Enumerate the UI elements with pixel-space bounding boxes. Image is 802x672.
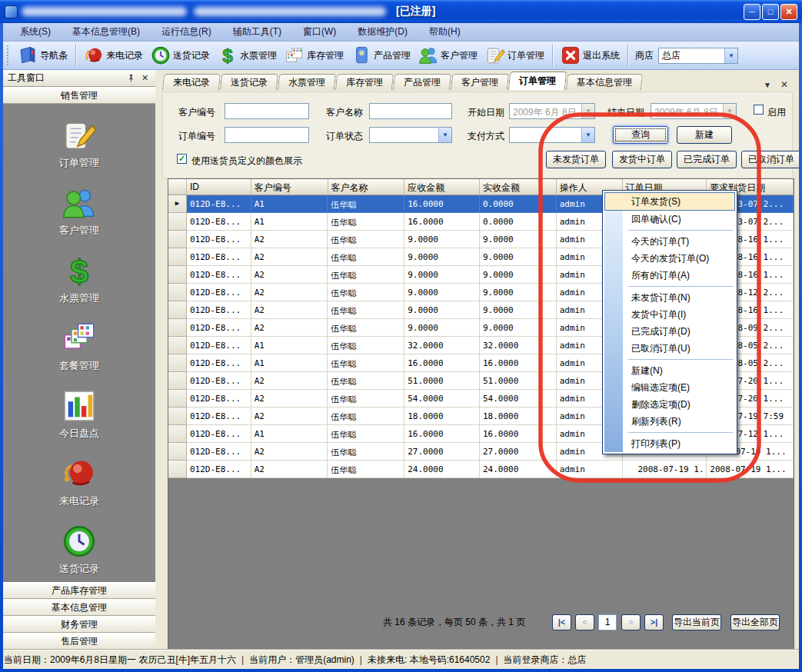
context-menu-item-编辑选定项(E)[interactable]: 编辑选定项(E) — [604, 379, 736, 396]
enable-checkbox[interactable] — [754, 105, 764, 115]
color-display-checkbox[interactable]: ✓ — [177, 154, 187, 164]
first-page-button[interactable]: |< — [552, 614, 571, 630]
sidebar-item-客户管理[interactable]: 客户管理 — [3, 178, 155, 245]
toolbar-button-inventory[interactable]: 库存管理 — [281, 44, 348, 67]
sidebar-group-基本信息管理[interactable]: 基本信息管理 — [3, 599, 155, 616]
menubar-item-0[interactable]: 系统(S) — [9, 23, 62, 41]
toolbar-button-order[interactable]: 订单管理 — [481, 44, 548, 67]
sidebar-item-水票管理[interactable]: $水票管理 — [3, 245, 155, 313]
shop-dropdown[interactable]: 总店 ▼ — [658, 48, 738, 64]
svg-text:$: $ — [70, 253, 88, 288]
export-current-page-button[interactable]: 导出当前页 — [672, 614, 721, 630]
tab-客户管理[interactable]: 客户管理 — [451, 74, 509, 90]
chevron-down-icon[interactable]: ▼ — [438, 128, 451, 142]
context-menu-item-已取消订单(U)[interactable]: 已取消订单(U) — [604, 340, 736, 357]
grid-header-应收金额[interactable]: 应收金额 — [404, 179, 480, 195]
chevron-down-icon[interactable]: ▼ — [724, 48, 737, 63]
context-menu-item-删除选定项(D)[interactable]: 删除选定项(D) — [604, 396, 736, 413]
next-page-button[interactable]: > — [621, 614, 641, 630]
status-filter-已取消订单[interactable]: 已取消订单 — [741, 151, 801, 168]
tab-库存管理[interactable]: 库存管理 — [335, 74, 394, 90]
query-button[interactable]: 查询 — [613, 126, 668, 144]
close-button[interactable]: ✕ — [780, 4, 797, 20]
toolbar-button-customer[interactable]: 客户管理 — [414, 44, 481, 67]
pin-icon[interactable] — [125, 72, 137, 84]
tab-水票管理[interactable]: 水票管理 — [278, 74, 336, 90]
prev-page-button[interactable]: < — [575, 614, 594, 630]
start-date-picker[interactable]: 2009年 6月 8日 ▼ — [509, 103, 595, 119]
sidebar-item-送货记录[interactable]: 送货记录 — [3, 516, 155, 584]
sidebar-item-来电记录[interactable]: 来电记录 — [3, 448, 155, 516]
toolbar-button-delivery-record[interactable]: 送货记录 — [147, 44, 214, 67]
pay-method-dropdown[interactable]: ▼ — [509, 127, 595, 143]
cell-receivable: 16.0000 — [404, 425, 480, 443]
tab-基本信息管理[interactable]: 基本信息管理 — [566, 74, 643, 90]
sidebar-item-订单管理[interactable]: 订单管理 — [3, 110, 155, 178]
toolbar-button-product[interactable]: 产品管理 — [348, 44, 414, 67]
sidebar-item-label: 来电记录 — [59, 494, 99, 508]
last-page-button[interactable]: >| — [644, 614, 664, 630]
grid-header-客户名称[interactable]: 客户名称 — [328, 179, 405, 195]
context-menu-item-今天的订单(T)[interactable]: 今天的订单(T) — [604, 233, 736, 250]
context-menu-item-未发货订单(N)[interactable]: 未发货订单(N) — [604, 289, 736, 306]
menubar-item-6[interactable]: 帮助(H) — [418, 23, 471, 41]
tab-订单管理[interactable]: 订单管理 — [508, 72, 567, 90]
sidebar-group-售后管理[interactable]: 售后管理 — [3, 633, 155, 650]
sidebar-group-sales[interactable]: 销售管理 — [3, 87, 155, 104]
context-menu-item-发货中订单(I)[interactable]: 发货中订单(I) — [604, 306, 736, 323]
context-menu-item-今天的发货订单(O)[interactable]: 今天的发货订单(O) — [604, 250, 736, 267]
sidebar-item-今日盘点[interactable]: 今日盘点 — [3, 381, 155, 448]
menubar-item-1[interactable]: 基本信息管理(B) — [62, 23, 151, 41]
enable-label: 启用 — [767, 106, 786, 119]
toolbar-button-water-ticket[interactable]: $水票管理 — [214, 44, 281, 67]
context-menu-item-打印列表(P)[interactable]: 打印列表(P) — [604, 435, 736, 452]
tab-送货记录[interactable]: 送货记录 — [220, 74, 278, 90]
customer-name-input[interactable] — [369, 103, 452, 119]
status-filter-未发货订单[interactable]: 未发货订单 — [546, 151, 606, 168]
sidebar-group-财务管理[interactable]: 财务管理 — [3, 616, 155, 633]
order-status-dropdown[interactable]: ▼ — [369, 127, 452, 143]
export-all-pages-button[interactable]: 导出全部页 — [730, 614, 780, 630]
toolbar-button-navigator-book[interactable]: 导航条 — [14, 44, 72, 67]
customer-no-input[interactable] — [225, 103, 309, 119]
new-button[interactable]: 新建 — [677, 126, 732, 144]
minimize-button[interactable]: ─ — [744, 4, 760, 20]
tab-label: 基本信息管理 — [577, 76, 632, 89]
context-menu-item-刷新列表(R)[interactable]: 刷新列表(R) — [604, 413, 736, 430]
status-filter-发货中订单[interactable]: 发货中订单 — [612, 151, 672, 168]
menubar-item-4[interactable]: 窗口(W) — [292, 23, 347, 41]
menubar-item-3[interactable]: 辅助工具(T) — [222, 23, 292, 41]
toolbar-button-exit[interactable]: 退出系统 — [557, 44, 624, 67]
row-selector — [168, 266, 187, 284]
cell-id: 012D-E8... — [187, 284, 251, 301]
tab-产品管理[interactable]: 产品管理 — [393, 74, 451, 90]
end-date-picker[interactable]: 2009年 6月 8日 ▼ — [651, 103, 737, 119]
page-number-input[interactable]: 1 — [598, 614, 617, 630]
close-icon[interactable]: ✕ — [139, 72, 151, 84]
toolbar-button-call-record[interactable]: 来电记录 — [80, 44, 147, 67]
sidebar-group-产品库存管理[interactable]: 产品库存管理 — [3, 582, 155, 599]
chevron-down-icon[interactable]: ▼ — [581, 128, 594, 142]
grid-header-客户编号[interactable]: 客户编号 — [251, 179, 328, 195]
context-menu-item-新建(N)[interactable]: 新建(N) — [604, 362, 736, 379]
tab-close-icon[interactable]: ✕ — [780, 79, 788, 90]
context-menu-item-回单确认(C)[interactable]: 回单确认(C) — [604, 211, 736, 228]
tab-label: 客户管理 — [461, 76, 498, 89]
cell-id: 012D-E8... — [187, 354, 251, 372]
grid-header-实收金额[interactable]: 实收金额 — [480, 179, 557, 195]
context-menu-item-所有的订单(A)[interactable]: 所有的订单(A) — [604, 267, 736, 284]
grid-header-ID[interactable]: ID — [187, 179, 251, 195]
maximize-button[interactable]: □ — [762, 4, 779, 20]
cell-received: 27.0000 — [480, 443, 557, 461]
context-menu-item-已完成订单(D)[interactable]: 已完成订单(D) — [604, 323, 736, 340]
order-no-input[interactable] — [225, 127, 309, 143]
menubar-item-2[interactable]: 运行信息(R) — [151, 23, 222, 41]
status-filter-已完成订单[interactable]: 已完成订单 — [677, 151, 737, 168]
cell-cust_no: A1 — [251, 195, 328, 213]
context-menu-item-订单发货(S)[interactable]: 订单发货(S) — [604, 192, 735, 211]
tab-scroll-dropdown-icon[interactable]: ▼ — [764, 81, 771, 89]
tab-来电记录[interactable]: 来电记录 — [162, 74, 221, 90]
sidebar-item-套餐管理[interactable]: 套餐管理 — [3, 313, 155, 381]
menubar-item-5[interactable]: 数据维护(D) — [347, 23, 418, 41]
table-row[interactable]: 012D-E8...A2伍华聪24.000024.0000admin2008-0… — [168, 461, 794, 478]
